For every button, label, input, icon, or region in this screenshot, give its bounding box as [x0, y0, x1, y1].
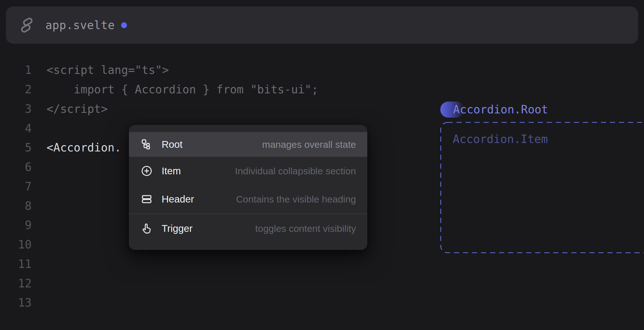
line-number: 1 — [0, 63, 32, 76]
menu-item-trigger[interactable]: Trigger toggles content visibility — [129, 214, 367, 243]
code-line[interactable]: 1 <script lang="ts"> — [0, 60, 440, 80]
line-number: 11 — [0, 258, 32, 270]
line-number: 13 — [0, 296, 32, 309]
line-number: 4 — [0, 122, 32, 135]
menu-item-label: Root — [162, 139, 183, 150]
line-number: 12 — [0, 277, 32, 290]
tree-icon — [141, 138, 153, 150]
accordion-item-label: Accordion.Item — [453, 133, 548, 146]
menu-divider — [129, 214, 367, 214]
code-line[interactable]: 2 import { Accordion } from "bits-ui"; — [0, 80, 440, 99]
autocomplete-menu: Root manages overall state Item Individu… — [129, 125, 367, 250]
menu-item-description: Individual collapsible section — [235, 166, 356, 177]
code-line[interactable]: 12 — [0, 274, 440, 293]
code-line[interactable]: 3 </script> — [0, 99, 440, 119]
line-number: 9 — [0, 219, 32, 232]
rows-icon — [141, 193, 153, 205]
line-number: 7 — [0, 180, 32, 193]
line-number: 2 — [0, 83, 32, 96]
svelte-logo-icon — [20, 17, 34, 33]
menu-item-label: Trigger — [162, 223, 193, 234]
file-name: app.svelte — [45, 19, 115, 32]
menu-item-description: Contains the visible heading — [236, 194, 356, 205]
file-tab[interactable]: app.svelte — [6, 6, 638, 44]
code-text: <Accordion. — [47, 141, 121, 154]
line-number: 10 — [0, 238, 32, 251]
unsaved-indicator-dot — [121, 22, 127, 28]
line-number: 3 — [0, 102, 32, 115]
bits-ui-editor-demo: app.svelte 1 <script lang="ts"> 2 import… — [0, 0, 644, 330]
circle-plus-icon — [141, 165, 153, 177]
menu-item-label: Item — [162, 165, 181, 177]
code-text: <script lang="ts"> — [47, 63, 169, 76]
menu-item-item[interactable]: Item Individual collapsible section — [129, 157, 367, 185]
line-number: 8 — [0, 199, 32, 212]
code-line[interactable]: 11 — [0, 254, 440, 274]
pointer-hand-icon — [141, 223, 153, 234]
line-number: 5 — [0, 141, 32, 154]
line-number: 6 — [0, 160, 32, 173]
menu-item-header[interactable]: Header Contains the visible heading — [129, 185, 367, 213]
code-text: import { Accordion } from "bits-ui"; — [47, 83, 318, 96]
menu-item-root[interactable]: Root manages overall state — [129, 132, 367, 157]
code-text: </script> — [47, 102, 108, 115]
menu-item-description: manages overall state — [262, 139, 356, 150]
menu-item-label: Header — [162, 193, 194, 205]
accordion-root-label: Accordion.Root — [453, 103, 548, 116]
code-line[interactable]: 13 — [0, 293, 440, 313]
menu-item-description: toggles content visibility — [255, 223, 356, 234]
